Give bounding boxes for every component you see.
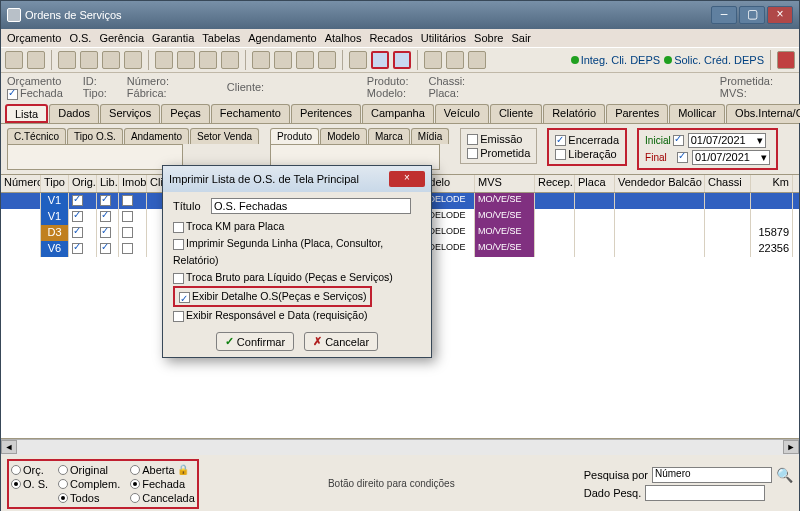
confirm-button[interactable]: ✓Confirmar (216, 332, 294, 351)
subtab-produto[interactable]: Produto (270, 128, 319, 144)
emissao-checkbox[interactable] (467, 134, 478, 145)
prometida-checkbox[interactable] (467, 148, 478, 159)
col-chassi[interactable]: Chassi (705, 175, 751, 192)
tab-cliente[interactable]: Cliente (490, 104, 542, 123)
toolbar-btn-6[interactable] (124, 51, 142, 69)
toolbar-btn-7[interactable] (155, 51, 173, 69)
toolbar-btn-highlighted-1[interactable] (371, 51, 389, 69)
subtab-setorvenda[interactable]: Setor Venda (190, 128, 259, 144)
subtab-ctecnico[interactable]: C.Técnico (7, 128, 66, 144)
maximize-button[interactable]: ▢ (739, 6, 765, 24)
encerrada-checkbox[interactable] (555, 135, 566, 146)
menu-agendamento[interactable]: Agendamento (248, 32, 317, 44)
final-date[interactable]: 01/07/2021▾ (692, 150, 770, 165)
menu-sobre[interactable]: Sobre (474, 32, 503, 44)
toolbar-btn-5[interactable] (102, 51, 120, 69)
toolbar-btn-exit[interactable] (777, 51, 795, 69)
toolbar-btn-13[interactable] (296, 51, 314, 69)
dado-input[interactable] (645, 485, 765, 501)
liberacao-checkbox[interactable] (555, 149, 566, 160)
final-checkbox[interactable] (677, 152, 688, 163)
minimize-button[interactable]: – (711, 6, 737, 24)
radio-todos[interactable] (58, 493, 68, 503)
fechada-checkbox[interactable] (7, 89, 18, 100)
tab-fechamento[interactable]: Fechamento (211, 104, 290, 123)
toolbar-btn-print[interactable] (349, 51, 367, 69)
cancel-button[interactable]: ✗Cancelar (304, 332, 378, 351)
print-option[interactable]: Exibir Detalhe O.S(Peças e Serviços) (173, 286, 372, 307)
tab-obs[interactable]: Obs.Interna/CRM (726, 104, 800, 123)
menu-utilitarios[interactable]: Utilitários (421, 32, 466, 44)
col-lib[interactable]: Lib. (97, 175, 119, 192)
print-option[interactable]: Troca KM para Placa (173, 218, 421, 235)
titulo-input[interactable] (211, 198, 411, 214)
toolbar-btn-1[interactable] (5, 51, 23, 69)
menu-tabelas[interactable]: Tabelas (202, 32, 240, 44)
toolbar-btn-10[interactable] (221, 51, 239, 69)
subtab-tipoos[interactable]: Tipo O.S. (67, 128, 123, 144)
inicial-date[interactable]: 01/07/2021▾ (688, 133, 766, 148)
tab-campanha[interactable]: Campanha (362, 104, 434, 123)
subtab-marca[interactable]: Marca (368, 128, 410, 144)
menu-orcamento[interactable]: Orçamento (7, 32, 61, 44)
horizontal-scrollbar[interactable]: ◄► (1, 439, 799, 455)
link-solic-deps[interactable]: Solic. Créd. DEPS (664, 54, 764, 66)
tab-servicos[interactable]: Serviços (100, 104, 160, 123)
link-integ-deps[interactable]: Integ. Cli. DEPS (571, 54, 660, 66)
menu-gerencia[interactable]: Gerência (99, 32, 144, 44)
toolbar-btn-2[interactable] (27, 51, 45, 69)
radio-fechada[interactable] (130, 479, 140, 489)
radio-orc[interactable] (11, 465, 21, 475)
col-vendedor[interactable]: Vendedor Balcão (615, 175, 705, 192)
col-numero[interactable]: Número (1, 175, 41, 192)
radio-cancelada[interactable] (130, 493, 140, 503)
binoculars-icon[interactable]: 🔍 (776, 467, 793, 483)
pesquisa-select[interactable]: Número (652, 467, 772, 483)
col-orig[interactable]: Orig. (69, 175, 97, 192)
menu-os[interactable]: O.S. (69, 32, 91, 44)
tab-dados[interactable]: Dados (49, 104, 99, 123)
col-km[interactable]: Km (751, 175, 793, 192)
toolbar-btn-11[interactable] (252, 51, 270, 69)
tab-veiculo[interactable]: Veículo (435, 104, 489, 123)
toolbar-btn-8[interactable] (177, 51, 195, 69)
radio-os[interactable] (11, 479, 21, 489)
tab-pecas[interactable]: Peças (161, 104, 210, 123)
toolbar-btn-3[interactable] (58, 51, 76, 69)
tab-parentes[interactable]: Parentes (606, 104, 668, 123)
toolbar-btn-16[interactable] (446, 51, 464, 69)
dialog-close-button[interactable]: × (389, 171, 425, 187)
subtab-midia[interactable]: Mídia (411, 128, 449, 144)
titlebar: Ordens de Serviços – ▢ × (1, 1, 799, 29)
tab-lista[interactable]: Lista (5, 104, 48, 123)
print-option[interactable]: Exibir Responsável e Data (requisição) (173, 307, 421, 324)
toolbar-btn-4[interactable] (80, 51, 98, 69)
col-recep[interactable]: Recep. (535, 175, 575, 192)
close-button[interactable]: × (767, 6, 793, 24)
subtab-andamento[interactable]: Andamento (124, 128, 189, 144)
col-placa[interactable]: Placa (575, 175, 615, 192)
inicial-checkbox[interactable] (673, 135, 684, 146)
col-imob[interactable]: Imob. (119, 175, 147, 192)
toolbar-btn-9[interactable] (199, 51, 217, 69)
print-option[interactable]: Troca Bruto para Líquido (Peças e Serviç… (173, 269, 421, 286)
radio-original[interactable] (58, 465, 68, 475)
tab-peritences[interactable]: Peritences (291, 104, 361, 123)
menu-garantia[interactable]: Garantia (152, 32, 194, 44)
toolbar-btn-17[interactable] (468, 51, 486, 69)
toolbar-btn-15[interactable] (424, 51, 442, 69)
print-option[interactable]: Imprimir Segunda Linha (Placa, Consultor… (173, 235, 421, 269)
radio-complem[interactable] (58, 479, 68, 489)
toolbar-btn-14[interactable] (318, 51, 336, 69)
menu-sair[interactable]: Sair (511, 32, 531, 44)
col-mvs[interactable]: MVS (475, 175, 535, 192)
tab-relatorio[interactable]: Relatório (543, 104, 605, 123)
toolbar-btn-highlighted-2[interactable] (393, 51, 411, 69)
menu-recados[interactable]: Recados (369, 32, 412, 44)
radio-aberta[interactable] (130, 465, 140, 475)
col-tipo[interactable]: Tipo (41, 175, 69, 192)
subtab-modelo[interactable]: Modelo (320, 128, 367, 144)
tab-mollicar[interactable]: Mollicar (669, 104, 725, 123)
toolbar-btn-12[interactable] (274, 51, 292, 69)
menu-atalhos[interactable]: Atalhos (325, 32, 362, 44)
